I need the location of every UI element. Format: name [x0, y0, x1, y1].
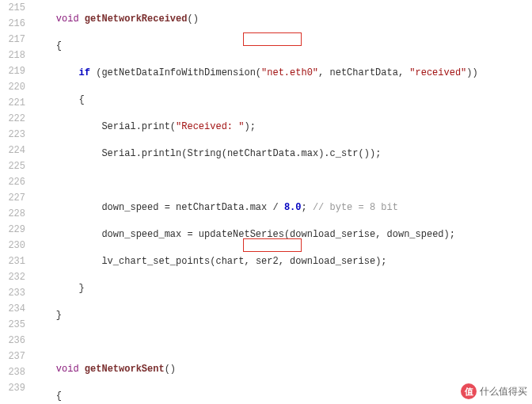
line-number: 232 [0, 269, 25, 285]
line-number: 236 [0, 333, 25, 349]
code-line: { [33, 388, 532, 404]
code-content: void getNetworkReceived() { if (getNetDa… [33, 0, 532, 404]
code-line: Serial.print("Received: "); [33, 119, 532, 135]
line-number: 215 [0, 0, 25, 16]
code-line: } [33, 280, 532, 296]
watermark-icon: 值 [461, 383, 477, 399]
line-number: 221 [0, 95, 25, 111]
keyword-void: void [56, 364, 79, 375]
line-number: 223 [0, 127, 25, 143]
code-line [33, 334, 532, 350]
comment: // byte = 8 bit [313, 202, 398, 213]
keyword-void: void [56, 13, 79, 25]
code-line: { [33, 92, 532, 108]
function-name: getNetworkSent [85, 364, 165, 375]
line-number: 235 [0, 317, 25, 333]
code-line: void getNetworkReceived() [33, 11, 532, 27]
line-number: 233 [0, 285, 25, 301]
line-number: 230 [0, 238, 25, 253]
line-number: 216 [0, 16, 25, 32]
line-number: 227 [0, 190, 25, 206]
line-number-gutter: 2152162172182192202212222232242252262272… [0, 0, 33, 404]
code-line: if (getNetDataInfoWithDimension("net.eth… [33, 65, 532, 81]
line-number: 229 [0, 222, 25, 238]
line-number: 224 [0, 143, 25, 158]
code-line: { [33, 38, 532, 54]
string-literal: "received" [409, 67, 466, 78]
code-line: down_speed = netChartData.max / 8.0; // … [33, 200, 532, 215]
string-literal: "Received: " [176, 121, 244, 132]
code-line: down_speed_max = updateNetSeries(downloa… [33, 227, 532, 242]
string-literal: "net.eth0" [261, 67, 318, 78]
code-line [33, 173, 532, 189]
line-number: 218 [0, 48, 25, 63]
watermark-text: 什么值得买 [480, 385, 527, 398]
code-line: } [33, 307, 532, 323]
line-number: 219 [0, 63, 25, 79]
line-number: 228 [0, 206, 25, 222]
watermark: 值 什么值得买 [461, 383, 527, 399]
line-number: 226 [0, 174, 25, 190]
code-line: void getNetworkSent() [33, 361, 532, 377]
line-number: 231 [0, 253, 25, 269]
line-number: 237 [0, 349, 25, 364]
line-number: 238 [0, 364, 25, 380]
code-line: Serial.println(String(netChartData.max).… [33, 146, 532, 162]
code-line: lv_chart_set_points(chart, ser2, downloa… [33, 253, 532, 269]
line-number: 222 [0, 111, 25, 127]
line-number: 225 [0, 158, 25, 174]
number-literal: 8.0 [284, 202, 302, 213]
line-number: 217 [0, 32, 25, 48]
line-number: 234 [0, 301, 25, 317]
function-name: getNetworkReceived [85, 13, 188, 25]
keyword-if: if [79, 67, 90, 78]
line-number: 239 [0, 380, 25, 396]
line-number: 220 [0, 79, 25, 95]
code-editor: 2152162172182192202212222232242252262272… [0, 0, 532, 404]
